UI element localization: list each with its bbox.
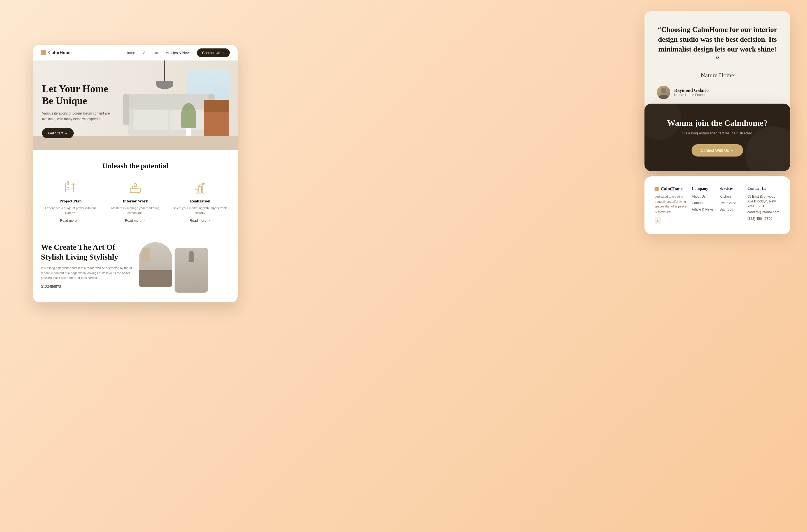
testimonial-card: “Choosing CalmHome for our interior desi… — [644, 11, 790, 111]
footer-services-item-2[interactable]: Living Area — [719, 201, 743, 206]
footer-services-item-1[interactable]: Kitchen — [719, 194, 743, 199]
create-description: It is a long established fact that a rea… — [41, 266, 132, 281]
nav-links: Home About Us Articles & News — [126, 51, 191, 55]
services-grid: Project Plan Experience a surge of power… — [41, 180, 230, 223]
footer-logo-icon — [655, 187, 659, 191]
armchair — [204, 111, 229, 136]
realization-icon — [193, 180, 207, 195]
hero-cta-button[interactable]: Get Start → — [42, 128, 74, 138]
create-images — [139, 242, 230, 292]
footer-company-col: Company About Us Contact Article & News — [692, 187, 715, 224]
create-image-2 — [175, 248, 208, 292]
main-website-card: CalmHome Home About Us Articles & News C… — [33, 45, 238, 302]
interior-work-icon — [128, 180, 143, 195]
navbar: CalmHome Home About Us Articles & News C… — [33, 45, 238, 60]
svg-rect-16 — [202, 184, 205, 193]
footer-company-item-3[interactable]: Article & News — [692, 207, 715, 212]
service-name-project-plan: Project Plan — [41, 199, 100, 204]
sofa-back — [128, 94, 209, 110]
hero-section: Let Your Home Be Unique Various iteratio… — [33, 60, 238, 150]
footer-company-item-2[interactable]: Contact — [692, 201, 715, 206]
footer-contact-email[interactable]: contact@interno.com — [747, 210, 780, 215]
plant-leaves — [181, 103, 196, 128]
service-desc-interior-work: Masterfully manage your marketing campai… — [106, 206, 165, 215]
svg-point-18 — [659, 95, 668, 99]
sofa-seat — [128, 108, 209, 136]
footer-card: CalmHome dedicated to creating tranquil,… — [644, 176, 790, 234]
footer-brand-desc: dedicated to creating tranquil, beautifu… — [655, 194, 687, 214]
lamp-wire — [164, 60, 165, 83]
footer-company-item-1[interactable]: About Us — [692, 194, 715, 199]
footer-contact-title: Contact Us — [747, 187, 780, 191]
lamp-shade — [157, 81, 173, 89]
footer-company-title: Company — [692, 187, 715, 191]
service-interior-work: Interior Work Masterfully manage your ma… — [106, 180, 165, 223]
brand-name: CalmHome — [48, 50, 71, 55]
nav-cta-button[interactable]: Contact Us → — [197, 49, 230, 57]
footer-contact-col: Contact Us 55 East Birchwood Ave Brookly… — [747, 187, 780, 224]
vase-base — [186, 128, 191, 136]
create-phone: 0123456578 — [41, 284, 132, 289]
service-project-plan: Project Plan Experience a surge of power… — [41, 180, 100, 223]
chair-back — [204, 100, 229, 112]
service-desc-realization: Shield your marketing with impenetrable … — [171, 206, 230, 215]
footer-services-title: Services — [719, 187, 743, 191]
hero-title: Let Your Home Be Unique — [42, 83, 121, 107]
author-info: Raymond Galario Nature Home Founder — [674, 88, 709, 97]
cta-title: Wanna join the Calmhome? — [657, 118, 778, 128]
avatar-illustration — [657, 86, 670, 99]
services-title: Unleash the potential — [41, 162, 230, 170]
service-link-project-plan[interactable]: Read more → — [60, 219, 81, 223]
footer-grid: CalmHome dedicated to creating tranquil,… — [655, 187, 780, 224]
service-name-realization: Realization — [171, 199, 230, 204]
sofa-arm-left — [123, 94, 129, 125]
footer-brand: CalmHome dedicated to creating tranquil,… — [655, 187, 687, 224]
testimonial-brand: Nature Home — [657, 72, 778, 79]
create-content: We Create The Art Of Stylish Living Styl… — [41, 242, 132, 289]
svg-point-17 — [661, 88, 666, 94]
service-desc-project-plan: Experience a surge of power with our pla… — [41, 206, 100, 215]
service-link-realization[interactable]: Read more → — [190, 219, 211, 223]
nav-articles[interactable]: Articles & News — [166, 51, 191, 55]
author-title: Nature Home Founder — [674, 93, 709, 97]
logo-icon — [41, 50, 46, 55]
service-link-interior-work[interactable]: Read more → — [125, 219, 146, 223]
pendant-lamp — [188, 251, 194, 262]
cta-button[interactable]: Contact With Us → — [692, 144, 743, 156]
testimonial-author: Raymond Galario Nature Home Founder — [657, 86, 778, 99]
testimonial-quote: “Choosing CalmHome for our interior desi… — [657, 25, 778, 64]
services-section: Unleash the potential Projec — [33, 150, 238, 232]
create-section: We Create The Art Of Stylish Living Styl… — [33, 232, 238, 302]
project-plan-icon — [63, 180, 78, 195]
footer-services-item-3[interactable]: Bathroom — [719, 207, 743, 212]
footer-logo: CalmHome — [655, 187, 687, 191]
footer-contact-phone: (123) 456 - 7890 — [747, 216, 780, 221]
author-name: Raymond Galario — [674, 88, 709, 93]
cta-card: Wanna join the Calmhome? It is a long es… — [644, 103, 790, 171]
author-avatar — [657, 86, 670, 99]
hero-content: Let Your Home Be Unique Various iteratio… — [42, 83, 121, 138]
footer-social-youtube[interactable]: ▶ — [655, 217, 661, 224]
nav-home[interactable]: Home — [126, 51, 135, 55]
nav-about[interactable]: About Us — [143, 51, 158, 55]
svg-rect-15 — [199, 187, 201, 193]
kitchen-counter — [139, 270, 172, 287]
create-title: We Create The Art Of Stylish Living Styl… — [41, 242, 132, 262]
footer-services-col: Services Kitchen Living Area Bathroom — [719, 187, 743, 224]
cta-description: It is a long established fact will be di… — [657, 131, 778, 135]
sofa-cushion-left — [134, 110, 168, 130]
footer-contact-address: 55 East Birchwood Ave Brooklyn, New York… — [747, 194, 780, 208]
nav-logo[interactable]: CalmHome — [41, 50, 71, 55]
service-realization: Realization Shield your marketing with i… — [171, 180, 230, 223]
hero-description: Various iterations of Lorem Ipsum conten… — [42, 111, 121, 121]
kitchen-cabinet — [142, 248, 150, 262]
service-name-interior-work: Interior Work — [106, 199, 165, 204]
svg-rect-14 — [195, 189, 198, 193]
create-image-1 — [139, 242, 172, 287]
